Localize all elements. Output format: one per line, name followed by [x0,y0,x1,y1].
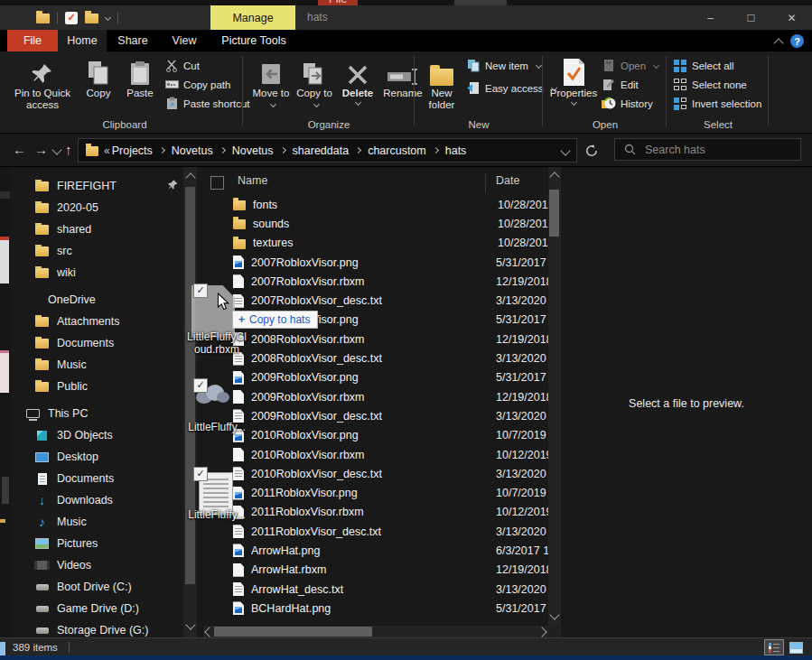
file-row[interactable]: 2009RobloxVisor.rbxm 12/19/2018 [203,387,548,406]
breadcrumb-label[interactable]: Projects [112,144,153,157]
history-button[interactable]: History [602,95,658,112]
sidebar-item[interactable]: Game Drive (D:) [11,598,183,619]
close-button[interactable]: ✕ [771,5,812,30]
file-row[interactable]: sounds 10/28/2018 [203,214,548,233]
file-row[interactable]: ArrowHat.rbxm 12/19/2018 [203,561,548,580]
breadcrumb-label[interactable]: Novetus [232,144,274,157]
breadcrumb-label[interactable]: shareddata [293,144,350,157]
breadcrumb-segment[interactable]: Projects [112,144,153,157]
delete-button[interactable]: Delete [336,54,379,107]
contextual-tab-manage[interactable]: Manage [210,5,295,30]
sidebar-item[interactable]: Music [11,511,183,533]
tab-file[interactable]: File [7,30,58,51]
address-bar[interactable]: « Projects Novetus Novetus shareddata ch… [78,138,577,163]
sidebar-item[interactable]: Desktop [11,446,183,468]
move-to-button[interactable]: Move to [249,54,293,113]
column-header-name[interactable]: Name [238,174,267,187]
collapsed-crumbs-icon[interactable]: « [104,144,110,157]
file-row[interactable]: textures 10/28/2018 [203,234,548,253]
sidebar-item[interactable]: 2020-05 [11,197,183,218]
sidebar-item[interactable]: Videos [11,554,183,576]
copy-to-button[interactable]: Copy to [293,54,336,113]
cut-button[interactable]: Cut [164,57,250,74]
file-row[interactable]: 2009RobloxVisor.png 5/31/2017 7 [203,368,548,387]
file-row[interactable]: 2011RobloxVisor_desc.txt 3/13/2020 8 [203,522,548,541]
copy-button[interactable]: Copy [78,54,119,101]
paste-button[interactable]: Paste [119,54,161,101]
large-icons-view-button[interactable] [787,640,805,655]
sidebar-item[interactable]: src [11,240,183,262]
tab-view[interactable]: View [159,30,210,51]
breadcrumb-label[interactable]: charcustom [368,144,426,157]
sidebar-item[interactable]: wiki [11,262,183,284]
minimize-button[interactable]: – [690,5,731,30]
file-row[interactable]: 2007RobloxVisor.png 5/31/2017 7 [203,253,548,272]
select-all-button[interactable]: Select all [673,57,761,74]
scroll-up-icon[interactable] [549,172,559,181]
sidebar-item[interactable]: 3D Objects [11,424,183,446]
details-view-button[interactable] [765,640,783,655]
sidebar-item[interactable]: Storage Drive (G:) [11,619,183,637]
scroll-down-icon[interactable] [549,609,559,619]
invert-selection-button[interactable]: Invert selection [673,95,761,112]
qat-checkbox-icon[interactable]: ✓ [65,12,78,24]
help-icon[interactable]: ? [790,34,804,48]
column-divider[interactable] [485,173,486,192]
list-horizontal-scrollbar[interactable] [203,626,548,637]
properties-button[interactable]: Properties [547,54,600,107]
scrollbar-thumb[interactable] [214,627,372,637]
sidebar-item[interactable]: Attachments [11,311,183,332]
sidebar-item[interactable]: OneDrive [11,289,183,311]
file-row[interactable]: 2011RobloxVisor.png 10/7/2019 3 [203,483,548,502]
tab-home[interactable]: Home [58,30,107,51]
file-row[interactable]: 2010RobloxVisor_desc.txt 3/13/2020 8 [203,464,548,483]
scroll-up-icon[interactable] [185,172,195,182]
breadcrumb-label[interactable]: Novetus [172,144,213,157]
sidebar-item[interactable]: shared [11,218,183,240]
scroll-down-icon[interactable] [185,619,195,629]
new-folder-button[interactable]: New folder [419,54,464,113]
breadcrumb-label[interactable]: hats [445,144,467,157]
address-dropdown-icon[interactable] [562,147,569,153]
sidebar-item[interactable]: Public [11,376,183,397]
qat-folder-icon[interactable] [85,14,98,23]
list-vertical-scrollbar[interactable] [548,167,560,626]
maximize-button[interactable]: □ [731,5,771,30]
tab-picture-tools[interactable]: Picture Tools [210,30,298,51]
sidebar-item[interactable]: Music [11,354,183,376]
file-row[interactable]: 2010RobloxVisor.rbxm 10/12/2019 [203,445,548,464]
tab-share[interactable]: Share [107,30,159,51]
up-button[interactable]: ↑ [65,142,72,157]
select-none-button[interactable]: Select none [673,76,761,93]
refresh-button[interactable] [579,138,604,163]
back-button[interactable]: ← [13,142,26,157]
search-box[interactable] [614,138,801,161]
breadcrumb-segment[interactable]: hats [426,144,467,157]
file-row[interactable]: ArrowHat_desc.txt 3/13/2020 8 [203,580,548,599]
scroll-right-icon[interactable] [537,627,546,637]
breadcrumb-segment[interactable]: Novetus [213,144,274,157]
open-button[interactable]: Open [602,57,658,74]
copy-path-button[interactable]: Copy path [164,76,250,93]
pin-to-quick-access-button[interactable]: Pin to Quick access [7,54,78,113]
file-row[interactable]: 2007RobloxVisor_desc.txt 3/13/2020 8 [203,291,548,310]
file-row[interactable]: fonts 10/28/2018 [203,195,548,214]
sidebar-item[interactable]: Boot Drive (C:) [11,576,183,598]
file-row[interactable]: BCHardHat.png 5/31/2017 7 [203,599,548,618]
file-row[interactable]: 2007RobloxVisor.rbxm 12/19/2018 [203,272,548,291]
collapse-ribbon-icon[interactable] [775,37,783,45]
paste-shortcut-button[interactable]: Paste shortcut [164,95,250,112]
qat-folder-icon[interactable] [36,14,50,23]
recent-locations-icon[interactable] [51,144,61,154]
breadcrumb-segment[interactable]: charcustom [349,144,426,157]
sidebar-item[interactable]: Documents [11,332,183,354]
sidebar-item[interactable]: Pictures [11,533,183,554]
select-all-checkbox[interactable] [210,176,224,190]
qat-dropdown-icon[interactable] [105,14,111,21]
file-row[interactable]: ArrowHat.png 6/3/2017 11 [203,541,548,560]
sidebar-item[interactable]: This PC [11,403,183,424]
scrollbar-thumb[interactable] [549,190,559,237]
sidebar-item[interactable]: Downloads [11,489,183,511]
sidebar-item[interactable]: Documents [11,468,183,489]
search-input[interactable] [643,143,782,157]
